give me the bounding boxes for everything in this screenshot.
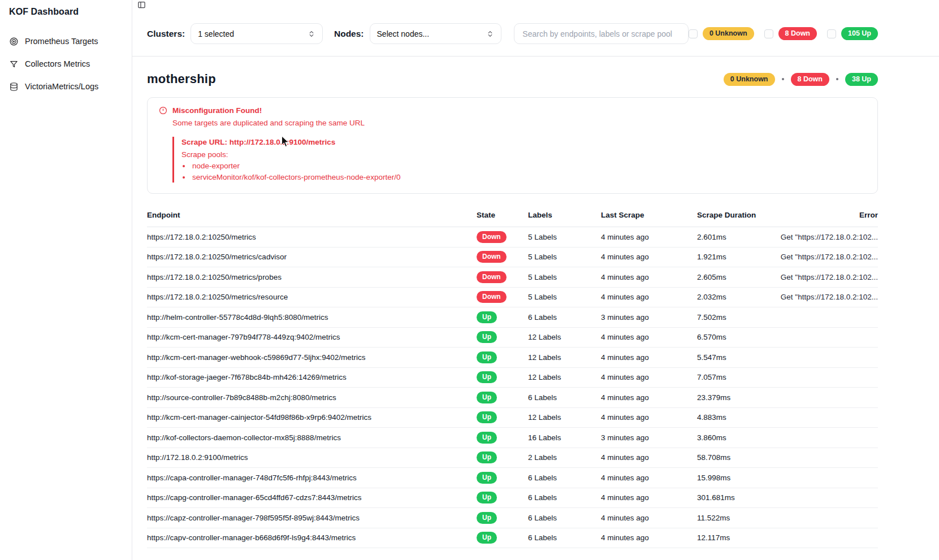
chevron-up-down-icon bbox=[486, 30, 494, 38]
scrape-duration-cell: 4.883ms bbox=[697, 413, 771, 422]
misconfiguration-warning: Misconfiguration Found! Some targets are… bbox=[147, 97, 878, 194]
clusters-select[interactable]: 1 selected bbox=[191, 23, 323, 44]
scrape-pools-label: Scrape pools: bbox=[181, 150, 866, 159]
labels-cell: 6 Labels bbox=[528, 533, 601, 542]
endpoint-cell: https://capv-controller-manager-b668d6f9… bbox=[147, 533, 477, 542]
endpoint-cell: https://capz-controller-manager-798f595f… bbox=[147, 514, 477, 522]
cluster-down-badge: 8 Down bbox=[791, 73, 829, 86]
labels-cell: 16 Labels bbox=[528, 433, 601, 442]
up-count-badge[interactable]: 105 Up bbox=[841, 27, 878, 40]
table-row[interactable]: http://kcm-cert-manager-webhook-c59869d7… bbox=[147, 348, 878, 368]
state-badge: Up bbox=[477, 452, 497, 463]
unknown-count-badge[interactable]: 0 Unknown bbox=[703, 27, 754, 40]
endpoint-cell: http://kcm-cert-manager-797b94f778-449zq… bbox=[147, 333, 477, 341]
scrape-duration-cell: 3.860ms bbox=[697, 433, 771, 442]
state-cell: Up bbox=[477, 432, 528, 444]
state-cell: Up bbox=[477, 311, 528, 323]
down-count-badge[interactable]: 8 Down bbox=[778, 27, 817, 40]
filter-unknown: 0 Unknown bbox=[689, 27, 754, 40]
labels-cell: 12 Labels bbox=[528, 413, 601, 422]
app-title: KOF Dashboard bbox=[9, 7, 123, 17]
sidebar-item-victoriametrics-logs[interactable]: VictoriaMetrics/Logs bbox=[9, 79, 123, 94]
filter-checkbox-down[interactable] bbox=[764, 29, 773, 38]
scrape-duration-cell: 12.117ms bbox=[697, 533, 771, 542]
endpoint-cell: http://helm-controller-55778c4d8d-9lqh5:… bbox=[147, 313, 477, 322]
state-cell: Down bbox=[477, 251, 528, 263]
dot-separator bbox=[782, 78, 784, 80]
cluster-title: mothership bbox=[147, 72, 216, 86]
endpoint-cell: http://kcm-cert-manager-webhook-c59869d7… bbox=[147, 353, 477, 362]
targets-table: Endpoint State Labels Last Scrape Scrape… bbox=[147, 206, 878, 548]
error-cell: Get "https://172.18.0.2:102... bbox=[771, 233, 878, 241]
labels-cell: 12 Labels bbox=[528, 373, 601, 381]
clusters-select-value: 1 selected bbox=[198, 29, 234, 38]
state-badge: Up bbox=[477, 492, 497, 503]
last-scrape-cell: 4 minutes ago bbox=[601, 474, 697, 482]
state-badge: Up bbox=[477, 512, 497, 524]
table-row[interactable]: http://kof-collectors-daemon-collector-m… bbox=[147, 428, 878, 448]
col-last-scrape: Last Scrape bbox=[601, 211, 697, 219]
labels-cell: 6 Labels bbox=[528, 313, 601, 322]
table-row[interactable]: https://capz-controller-manager-798f595f… bbox=[147, 508, 878, 528]
last-scrape-cell: 4 minutes ago bbox=[601, 373, 697, 381]
table-row[interactable]: http://kcm-cert-manager-cainjector-54fd9… bbox=[147, 408, 878, 428]
endpoint-cell: http://kcm-cert-manager-cainjector-54fd9… bbox=[147, 413, 477, 422]
table-header: Endpoint State Labels Last Scrape Scrape… bbox=[147, 206, 878, 227]
last-scrape-cell: 4 minutes ago bbox=[601, 453, 697, 462]
error-cell: Get "https://172.18.0.2:102... bbox=[771, 273, 878, 281]
table-row[interactable]: http://172.18.0.2:9100/metricsUp2 Labels… bbox=[147, 448, 878, 468]
last-scrape-cell: 4 minutes ago bbox=[601, 514, 697, 522]
table-row[interactable]: https://172.18.0.2:10250/metrics/probesD… bbox=[147, 267, 878, 288]
table-row[interactable]: https://172.18.0.2:10250/metricsDown5 La… bbox=[147, 227, 878, 248]
state-badge: Up bbox=[477, 351, 497, 363]
state-cell: Up bbox=[477, 532, 528, 544]
search-input[interactable] bbox=[514, 23, 689, 44]
endpoint-cell: http://kof-collectors-daemon-collector-m… bbox=[147, 433, 477, 442]
nodes-select[interactable]: Select nodes... bbox=[370, 23, 502, 44]
table-row[interactable]: https://capg-controller-manager-65cd4ffd… bbox=[147, 488, 878, 509]
table-row[interactable]: https://172.18.0.2:10250/metrics/cadviso… bbox=[147, 248, 878, 268]
sidebar: KOF Dashboard Prometheus Targets Collect… bbox=[0, 0, 132, 560]
scrape-duration-cell: 7.057ms bbox=[697, 373, 771, 381]
labels-cell: 5 Labels bbox=[528, 273, 601, 281]
sidebar-item-prometheus-targets[interactable]: Prometheus Targets bbox=[9, 34, 123, 49]
table-row[interactable]: http://source-controller-7b89c8488b-m2ch… bbox=[147, 388, 878, 408]
state-badge: Up bbox=[477, 411, 497, 423]
filter-checkbox-up[interactable] bbox=[827, 29, 836, 38]
state-cell: Down bbox=[477, 271, 528, 283]
scrape-duration-cell: 58.708ms bbox=[697, 453, 771, 462]
table-row[interactable]: https://capv-controller-manager-b668d6f9… bbox=[147, 528, 878, 549]
state-badge: Up bbox=[477, 432, 497, 444]
last-scrape-cell: 4 minutes ago bbox=[601, 533, 697, 542]
filter-checkbox-unknown[interactable] bbox=[689, 29, 698, 38]
chevron-up-down-icon bbox=[308, 30, 315, 38]
last-scrape-cell: 4 minutes ago bbox=[601, 233, 697, 241]
table-row[interactable]: http://kcm-cert-manager-797b94f778-449zq… bbox=[147, 328, 878, 348]
state-cell: Up bbox=[477, 331, 528, 343]
last-scrape-cell: 4 minutes ago bbox=[601, 413, 697, 422]
endpoint-cell: http://kof-storage-jaeger-7f678bc84b-mh4… bbox=[147, 373, 477, 381]
warning-subtitle: Some targets are duplicated and scraping… bbox=[172, 119, 866, 127]
table-row[interactable]: http://helm-controller-55778c4d8d-9lqh5:… bbox=[147, 307, 878, 328]
state-badge: Down bbox=[477, 251, 507, 263]
state-badge: Up bbox=[477, 331, 497, 343]
targets-table-body: https://172.18.0.2:10250/metricsDown5 La… bbox=[147, 227, 878, 548]
state-badge: Down bbox=[477, 231, 507, 243]
table-row[interactable]: https://172.18.0.2:10250/metrics/resourc… bbox=[147, 288, 878, 308]
filter-icon bbox=[9, 59, 19, 69]
warning-title: Misconfiguration Found! bbox=[172, 106, 262, 115]
endpoint-cell: https://172.18.0.2:10250/metrics/cadviso… bbox=[147, 253, 477, 261]
table-row[interactable]: http://kof-storage-jaeger-7f678bc84b-mh4… bbox=[147, 368, 878, 388]
endpoint-cell: https://172.18.0.2:10250/metrics/probes bbox=[147, 273, 477, 281]
last-scrape-cell: 3 minutes ago bbox=[601, 313, 697, 322]
status-filters: 0 Unknown 8 Down 105 Up bbox=[689, 27, 878, 40]
table-row[interactable]: https://capa-controller-manager-748d7fc5… bbox=[147, 468, 878, 488]
scrape-duration-cell: 2.601ms bbox=[697, 233, 771, 241]
sidebar-toggle-icon[interactable] bbox=[137, 1, 146, 9]
labels-cell: 6 Labels bbox=[528, 514, 601, 522]
labels-cell: 5 Labels bbox=[528, 233, 601, 241]
error-cell: Get "https://172.18.0.2:102... bbox=[771, 293, 878, 301]
col-state: State bbox=[477, 211, 528, 219]
toolbar: Clusters: 1 selected Nodes: Select nodes… bbox=[132, 0, 939, 57]
sidebar-item-collectors-metrics[interactable]: Collectors Metrics bbox=[9, 57, 123, 71]
